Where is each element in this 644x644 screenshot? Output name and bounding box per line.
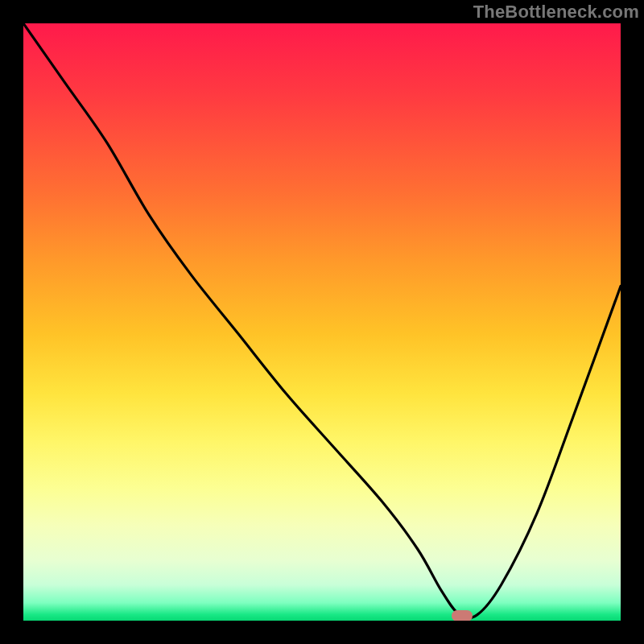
chart-frame: TheBottleneck.com bbox=[0, 0, 644, 644]
bottleneck-curve bbox=[23, 23, 621, 621]
selected-marker bbox=[452, 610, 473, 621]
watermark-text: TheBottleneck.com bbox=[473, 2, 639, 23]
plot-area bbox=[23, 23, 621, 621]
